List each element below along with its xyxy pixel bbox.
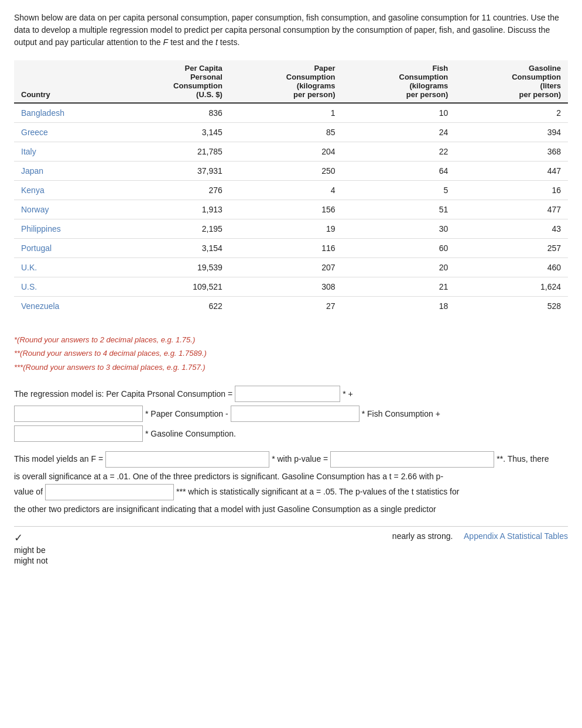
paper-cell: 156 (230, 200, 343, 219)
fish-cell: 64 (343, 162, 456, 181)
bottom-right: nearly as strong. Appendix A Statistical… (392, 531, 568, 541)
t-pvalue-input[interactable] (45, 484, 174, 500)
per-capita-cell: 3,145 (117, 123, 230, 142)
fish-cell: 20 (343, 258, 456, 277)
paper-cell: 116 (230, 239, 343, 258)
data-table: Country Per CapitaPersonalConsumption(U.… (14, 60, 568, 315)
gasoline-cell: 394 (455, 123, 568, 142)
per-capita-cell: 1,913 (117, 200, 230, 219)
per-capita-cell: 3,154 (117, 239, 230, 258)
per-capita-cell: 2,195 (117, 219, 230, 239)
gasoline-cell: 1,624 (455, 277, 568, 297)
country-cell: Italy (14, 142, 117, 162)
might-not-text: might not (14, 556, 48, 565)
country-cell: Norway (14, 200, 117, 219)
table-row: Portugal 3,154 116 60 257 (14, 239, 568, 258)
rounding-notes: *(Round your answers to 2 decimal places… (14, 333, 568, 374)
fish-header: FishConsumption(kilogramsper person) (343, 60, 456, 103)
gasoline-cell: 368 (455, 142, 568, 162)
bottom-section: ✓ might be might not nearly as strong. A… (14, 526, 568, 565)
paper-cell: 27 (230, 297, 343, 316)
bottom-left: ✓ might be might not (14, 531, 48, 565)
fish-cell: 22 (343, 142, 456, 162)
per-capita-header: Per CapitaPersonalConsumption(U.S. $) (117, 60, 230, 103)
paper-cell: 1 (230, 103, 343, 123)
regression-section: The regression model is: Per Capita Prso… (14, 386, 568, 442)
f-star-thus: **. Thus, there (497, 452, 549, 466)
paper-cell: 207 (230, 258, 343, 277)
might-be-text: might be (14, 545, 48, 555)
country-cell: U.K. (14, 258, 117, 277)
f-model-line: This model yields an F = * with p-value … (14, 451, 568, 468)
table-row: Bangladesh 836 1 10 2 (14, 103, 568, 123)
regression-gasoline-input[interactable] (14, 425, 143, 442)
paper-cell: 85 (230, 123, 343, 142)
table-row: Italy 21,785 204 22 368 (14, 142, 568, 162)
fish-label: * Fish Consumption + (362, 406, 440, 422)
gasoline-cell: 447 (455, 162, 568, 181)
nearly-strong-text: nearly as strong. (392, 531, 453, 541)
fish-cell: 21 (343, 277, 456, 297)
country-cell: Venezuela (14, 297, 117, 316)
fish-cell: 51 (343, 200, 456, 219)
paper-header: PaperConsumption(kilogramsper person) (230, 60, 343, 103)
country-header: Country (14, 60, 117, 103)
country-cell: Japan (14, 162, 117, 181)
per-capita-cell: 836 (117, 103, 230, 123)
f-model-label: This model yields an F = (14, 452, 103, 466)
fish-cell: 24 (343, 123, 456, 142)
check-mark: ✓ (14, 531, 48, 544)
country-cell: Bangladesh (14, 103, 117, 123)
gasoline-cell: 477 (455, 200, 568, 219)
f-pvalue-label: value of (14, 485, 43, 499)
gasoline-header: GasolineConsumption(litersper person) (455, 60, 568, 103)
fish-cell: 60 (343, 239, 456, 258)
gasoline-cell: 257 (455, 239, 568, 258)
country-cell: Greece (14, 123, 117, 142)
paper-cell: 308 (230, 277, 343, 297)
regression-line-3: * Gasoline Consumption. (14, 425, 568, 442)
regression-fish-input[interactable] (231, 406, 360, 422)
table-row: U.S. 109,521 308 21 1,624 (14, 277, 568, 297)
paper-cell: 204 (230, 142, 343, 162)
fish-cell: 10 (343, 103, 456, 123)
gasoline-cell: 2 (455, 103, 568, 123)
regression-line-2: * Paper Consumption - * Fish Consumption… (14, 406, 568, 422)
country-cell: U.S. (14, 277, 117, 297)
table-row: Norway 1,913 156 51 477 (14, 200, 568, 219)
f-paragraph-1: is overall significance at a = .01. One … (14, 470, 568, 484)
gasoline-cell: 16 (455, 181, 568, 200)
table-row: Japan 37,931 250 64 447 (14, 162, 568, 181)
star-plus: * + (343, 386, 353, 402)
country-cell: Philippines (14, 219, 117, 239)
f-pvalue-note: *** which is statistically significant a… (176, 485, 459, 499)
regression-intercept-input[interactable] (235, 386, 340, 402)
rounding-note-1: *(Round your answers to 2 decimal places… (14, 333, 568, 346)
table-row: U.K. 19,539 207 20 460 (14, 258, 568, 277)
gasoline-cell: 528 (455, 297, 568, 316)
country-cell: Portugal (14, 239, 117, 258)
p-value-input[interactable] (330, 451, 494, 468)
f-model-section: This model yields an F = * with p-value … (14, 451, 568, 517)
appendix-link[interactable]: Appendix A Statistical Tables (464, 531, 568, 541)
table-row: Kenya 276 4 5 16 (14, 181, 568, 200)
paper-cell: 19 (230, 219, 343, 239)
table-row: Philippines 2,195 19 30 43 (14, 219, 568, 239)
regression-paper-input[interactable] (14, 406, 143, 422)
gasoline-label: * Gasoline Consumption. (145, 425, 236, 442)
f-paragraph-3: the other two predictors are insignifica… (14, 503, 568, 517)
per-capita-cell: 109,521 (117, 277, 230, 297)
country-cell: Kenya (14, 181, 117, 200)
per-capita-cell: 276 (117, 181, 230, 200)
regression-label: The regression model is: Per Capita Prso… (14, 386, 232, 402)
fish-cell: 5 (343, 181, 456, 200)
rounding-note-2: **(Round your answers to 4 decimal place… (14, 346, 568, 360)
f-value-input[interactable] (105, 451, 269, 468)
rounding-note-3: ***(Round your answers to 3 decimal plac… (14, 360, 568, 374)
gasoline-cell: 460 (455, 258, 568, 277)
regression-line-1: The regression model is: Per Capita Prso… (14, 386, 568, 402)
gasoline-cell: 43 (455, 219, 568, 239)
per-capita-cell: 37,931 (117, 162, 230, 181)
fish-cell: 30 (343, 219, 456, 239)
table-row: Venezuela 622 27 18 528 (14, 297, 568, 316)
